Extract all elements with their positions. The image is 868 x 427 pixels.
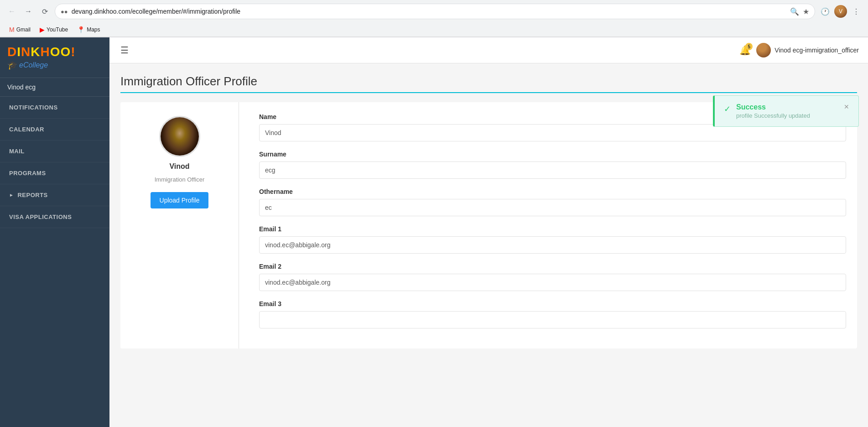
profile-button[interactable]: V xyxy=(834,5,847,18)
sidebar-item-visa-applications[interactable]: VISA APPLICATIONS xyxy=(0,206,109,228)
profile-card: Vinod Immigration Officer Upload Profile xyxy=(120,102,239,349)
back-button[interactable]: ← xyxy=(5,5,18,18)
logo-exclaim: ! xyxy=(71,45,75,59)
main-content: ☰ 🔔 5 Vinod ecg-immigration_officer ✓ Su… xyxy=(109,37,868,427)
logo-ecollege: 🎓 eCollege xyxy=(7,60,102,70)
form-group-surname: Surname xyxy=(259,151,846,179)
browser-toolbar: ← → ⟳ ●● devang.dinkhoo.com/ecollege/mem… xyxy=(0,0,868,23)
sidebar-item-reports[interactable]: ► REPORTS xyxy=(0,184,109,206)
address-bar[interactable]: ●● devang.dinkhoo.com/ecollege/member/#/… xyxy=(55,4,815,19)
reload-button[interactable]: ⟳ xyxy=(38,5,51,18)
logo-letter-n: N xyxy=(21,45,31,59)
sidebar-item-mail[interactable]: MAIL xyxy=(0,141,109,162)
profile-role: Immigration Officer xyxy=(155,176,205,183)
sidebar-item-calendar-label: CALENDAR xyxy=(9,126,44,133)
sidebar-item-visa-label: VISA APPLICATIONS xyxy=(9,214,72,220)
bookmark-gmail-label: Gmail xyxy=(16,26,31,33)
browser-right-icons: 🕐 V ⋮ xyxy=(819,5,863,18)
form-group-email3: Email 3 xyxy=(259,300,846,328)
bookmark-youtube[interactable]: ▶ YouTube xyxy=(36,25,72,35)
upload-profile-button[interactable]: Upload Profile xyxy=(151,192,209,208)
top-bar: ☰ 🔔 5 Vinod ecg-immigration_officer xyxy=(109,37,868,63)
logo-letter-h: H xyxy=(40,45,50,59)
user-name-label: Vinod ecg-immigration_officer xyxy=(774,47,859,54)
sidebar-item-programs[interactable]: PROGRAMS xyxy=(0,162,109,184)
email1-input[interactable] xyxy=(259,236,846,254)
form-group-email1: Email 1 xyxy=(259,225,846,254)
menu-button[interactable]: ⋮ xyxy=(850,5,863,18)
logo-letters-oo: OO xyxy=(50,45,71,59)
forward-button[interactable]: → xyxy=(22,5,35,18)
success-check-icon: ✓ xyxy=(724,104,731,114)
profile-form-container: Vinod Immigration Officer Upload Profile… xyxy=(120,102,857,349)
bookmark-icon[interactable]: ★ xyxy=(803,7,809,16)
profile-avatar-container xyxy=(159,116,200,157)
sidebar-item-reports-label: REPORTS xyxy=(17,192,47,198)
sidebar-item-programs-label: PROGRAMS xyxy=(9,170,46,177)
form-section: Name Surname Othername Email 1 xyxy=(248,102,857,349)
extensions-button[interactable]: 🕐 xyxy=(819,5,832,18)
profile-name: Vinod xyxy=(169,162,189,171)
page-content: ✓ Success profile Successfully updated ✕… xyxy=(109,63,868,359)
youtube-icon: ▶ xyxy=(40,26,45,33)
bookmark-gmail[interactable]: M Gmail xyxy=(5,25,34,35)
email3-input[interactable] xyxy=(259,311,846,328)
success-message: profile Successfully updated xyxy=(736,112,838,119)
user-avatar xyxy=(756,43,771,57)
app-container: DINKHOO! 🎓 eCollege Vinod ecg NOTIFICATI… xyxy=(0,37,868,427)
sidebar-item-calendar[interactable]: CALENDAR xyxy=(0,119,109,141)
bookmark-maps[interactable]: 📍 Maps xyxy=(73,25,104,35)
email2-label: Email 2 xyxy=(259,263,846,270)
bookmark-maps-label: Maps xyxy=(87,26,100,33)
ecollege-hat-icon: 🎓 xyxy=(7,60,17,70)
sidebar-item-notifications[interactable]: NOTIFICATIONS xyxy=(0,97,109,119)
success-title: Success xyxy=(736,103,838,111)
profile-avatar-image xyxy=(161,117,199,156)
chevron-right-icon: ► xyxy=(9,193,14,198)
top-bar-right: 🔔 5 Vinod ecg-immigration_officer xyxy=(739,43,859,57)
success-close-button[interactable]: ✕ xyxy=(844,103,849,110)
sidebar-item-mail-label: MAIL xyxy=(9,148,25,155)
logo-text: DINKHOO! xyxy=(7,45,102,59)
user-info[interactable]: Vinod ecg-immigration_officer xyxy=(756,43,859,57)
notification-bell[interactable]: 🔔 5 xyxy=(739,45,751,56)
success-notification: ✓ Success profile Successfully updated ✕ xyxy=(713,95,859,127)
maps-icon: 📍 xyxy=(77,26,85,33)
email3-label: Email 3 xyxy=(259,300,846,307)
success-content: Success profile Successfully updated xyxy=(736,103,838,119)
form-group-email2: Email 2 xyxy=(259,263,846,291)
sidebar-nav: NOTIFICATIONS CALENDAR MAIL PROGRAMS ► R… xyxy=(0,97,109,427)
notification-badge: 5 xyxy=(745,43,753,50)
sidebar-logo: DINKHOO! 🎓 eCollege xyxy=(0,37,109,78)
logo-letter-k: K xyxy=(31,45,40,59)
logo-letter-i: I xyxy=(17,45,21,59)
sidebar: DINKHOO! 🎓 eCollege Vinod ecg NOTIFICATI… xyxy=(0,37,109,427)
search-icon: 🔍 xyxy=(790,7,799,16)
sidebar-item-notifications-label: NOTIFICATIONS xyxy=(9,104,58,111)
othername-input[interactable] xyxy=(259,199,846,216)
ecollege-text: eCollege xyxy=(19,61,48,69)
surname-label: Surname xyxy=(259,151,846,158)
surname-input[interactable] xyxy=(259,161,846,179)
logo-letter-d: D xyxy=(7,45,17,59)
gmail-icon: M xyxy=(9,26,15,33)
bookmarks-bar: M Gmail ▶ YouTube 📍 Maps xyxy=(0,23,868,37)
site-icon: ●● xyxy=(61,8,68,15)
bookmark-youtube-label: YouTube xyxy=(47,26,68,33)
form-group-othername: Othername xyxy=(259,188,846,216)
email2-input[interactable] xyxy=(259,274,846,291)
email1-label: Email 1 xyxy=(259,225,846,233)
hamburger-button[interactable]: ☰ xyxy=(119,43,130,57)
othername-label: Othername xyxy=(259,188,846,195)
sidebar-username: Vinod ecg xyxy=(0,78,109,97)
url-input[interactable]: devang.dinkhoo.com/ecollege/member/#/imm… xyxy=(72,8,786,15)
page-title: Immigration Officer Profile xyxy=(120,74,857,93)
